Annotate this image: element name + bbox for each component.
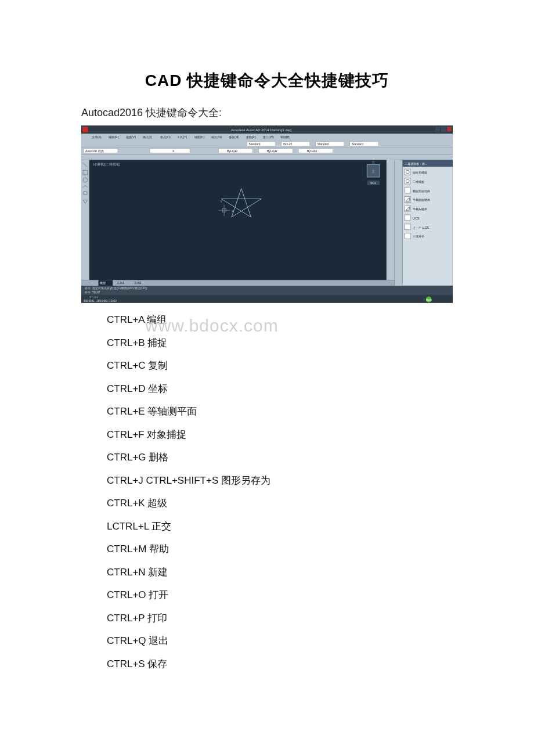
- svg-rect-26: [387, 160, 395, 280]
- svg-text:椭圆形圆柱体: 椭圆形圆柱体: [413, 189, 430, 193]
- shortcut-item: CTRL+P 打印: [107, 611, 453, 626]
- command-prompt[interactable]: 键入命令: [89, 296, 99, 298]
- svg-rect-54: [405, 224, 410, 230]
- menu-param[interactable]: 参数(P): [246, 135, 256, 139]
- svg-text:北: 北: [372, 160, 375, 164]
- svg-rect-62: [81, 298, 453, 303]
- svg-text:平截头锥体: 平截头锥体: [413, 207, 427, 211]
- menu-edit[interactable]: 编辑(E): [109, 135, 118, 139]
- quick-access-bar: [89, 127, 192, 132]
- menu-help[interactable]: 帮助(H): [280, 135, 291, 139]
- svg-rect-56: [405, 233, 410, 239]
- page-title: CAD 快捷键命令大全快捷键技巧: [81, 70, 453, 92]
- menu-format[interactable]: 格式(O): [160, 135, 171, 139]
- zoom-pct: 154%: [426, 298, 432, 301]
- autocad-ui-svg: Autodesk AutoCAD 2014 Drawing1.dwg 文件(F)…: [81, 124, 453, 304]
- svg-text:圆柱形螺旋: 圆柱形螺旋: [413, 171, 427, 174]
- style-dd-1[interactable]: Standard: [248, 143, 260, 146]
- shortcut-item: CTRL+M 帮助: [107, 542, 453, 557]
- app-title-text: Autodesk AutoCAD 2014 Drawing1.dwg: [231, 128, 291, 132]
- shortcut-item: CTRL+J CTRL+SHIFT+S 图形另存为: [107, 473, 453, 488]
- shortcut-item: CTRL+N 新建: [107, 565, 453, 580]
- svg-rect-19: [81, 154, 453, 160]
- panel-title: 工具选项板 - 所...: [405, 162, 428, 165]
- svg-rect-52: [405, 215, 410, 221]
- menu-window[interactable]: 窗口(W): [263, 135, 274, 139]
- shortcut-item: CTRL+F 对象捕捉: [107, 427, 453, 442]
- linetype-dd[interactable]: ByLayer: [227, 150, 237, 153]
- svg-rect-3: [435, 127, 440, 131]
- svg-text:X: X: [232, 210, 234, 213]
- svg-rect-6: [89, 127, 192, 132]
- menu-draw[interactable]: 绘图(D): [194, 135, 205, 139]
- shortcut-item: CTRL+Q 退出: [107, 633, 453, 649]
- intro-text: Autocad2016 快捷键命令大全:: [81, 106, 453, 120]
- svg-rect-2: [82, 127, 88, 132]
- lineweight-dd[interactable]: ByLayer: [267, 150, 277, 153]
- svg-text:上: 上: [371, 170, 375, 173]
- svg-rect-5: [447, 127, 452, 131]
- shortcut-item: CTRL+G 删格: [107, 450, 453, 465]
- svg-rect-61: [81, 295, 453, 298]
- svg-text:UCS: UCS: [413, 217, 420, 220]
- shortcut-item: CTRL+E 等轴测平面: [107, 404, 453, 419]
- menu-file[interactable]: 文件(F): [92, 135, 102, 139]
- svg-rect-20: [89, 160, 387, 280]
- shortcut-item: LCTRL+L 正交: [107, 519, 453, 534]
- command-history: 命令: 指定对角点或 [栏选(F)/圈围(WP)/圈交(CP)]:: [85, 286, 147, 290]
- svg-text:上一个 UCS: 上一个 UCS: [413, 226, 429, 229]
- menu-tools[interactable]: 工具(T): [177, 135, 187, 139]
- svg-rect-27: [395, 160, 403, 291]
- style-dd-2[interactable]: ISO-25: [283, 143, 293, 146]
- shortcut-item: CTRL+D 坐标: [107, 381, 453, 397]
- svg-text:WCS: WCS: [370, 182, 376, 185]
- menu-view[interactable]: 视图(V): [126, 135, 136, 139]
- menu-dim[interactable]: 标注(N): [211, 135, 222, 139]
- svg-rect-21: [81, 160, 89, 280]
- shortcut-item: CTRL+K 超级: [107, 496, 453, 511]
- style-dd-3[interactable]: Standard: [317, 143, 329, 146]
- shortcut-item: CTRL+C 复制: [107, 358, 453, 373]
- svg-text:二维螺旋: 二维螺旋: [413, 180, 424, 183]
- tab-layout2: 布局2: [134, 281, 142, 285]
- tab-layout1: 布局1: [117, 281, 124, 285]
- shortcut-list: www.bdocx.com CTRL+A 编组 CTRL+B 捕捉 CTRL+C…: [81, 312, 453, 671]
- svg-text:Y: Y: [220, 200, 222, 203]
- menu-insert[interactable]: 插入(I): [143, 135, 151, 139]
- svg-rect-46: [405, 188, 410, 193]
- shortcut-item: CTRL+A 编组: [107, 312, 453, 327]
- style-dd-4[interactable]: Standard: [352, 143, 363, 146]
- layer-dd[interactable]: 0: [173, 150, 175, 153]
- svg-rect-15: [150, 149, 190, 153]
- color-dd[interactable]: ByColor: [307, 150, 317, 153]
- svg-rect-58: [81, 280, 395, 286]
- svg-rect-4: [441, 127, 446, 131]
- svg-text:平截面圆锥体: 平截面圆锥体: [413, 198, 430, 201]
- menu-modify[interactable]: 修改(M): [229, 135, 239, 139]
- command-last: 命令: *取消*: [85, 290, 100, 294]
- workspace-dd[interactable]: AutoCAD 经典: [85, 149, 104, 153]
- autocad-screenshot: Autodesk AutoCAD 2014 Drawing1.dwg 文件(F)…: [81, 124, 453, 304]
- document-page: CAD 快捷键命令大全快捷键技巧 Autocad2016 快捷键命令大全: Au…: [0, 0, 534, 714]
- shortcut-item: CTRL+S 保存: [107, 657, 453, 672]
- tab-model: 模型: [100, 281, 106, 285]
- coords: 866.8382, -289.8496, 0.0000: [84, 300, 117, 303]
- svg-text:三维对齐: 三维对齐: [413, 235, 424, 238]
- shortcut-item: CTRL+O 打开: [107, 588, 453, 603]
- viewport-label: [-][俯视][二维线框]: [93, 162, 121, 166]
- shortcut-item: CTRL+B 捕捉: [107, 336, 453, 351]
